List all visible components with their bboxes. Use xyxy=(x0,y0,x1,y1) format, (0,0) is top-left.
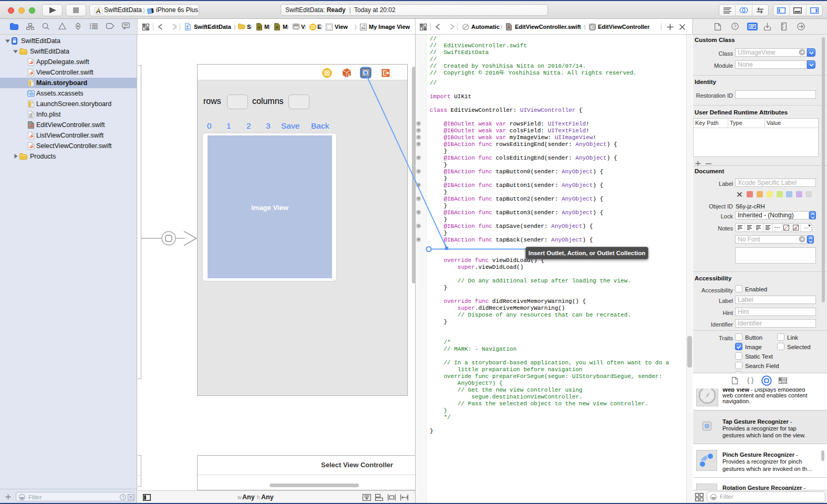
svg-text:1: 1 xyxy=(348,72,350,77)
svg-text:C: C xyxy=(591,24,594,30)
svg-text:□: □ xyxy=(344,72,346,76)
svg-text:?: ? xyxy=(733,24,736,29)
